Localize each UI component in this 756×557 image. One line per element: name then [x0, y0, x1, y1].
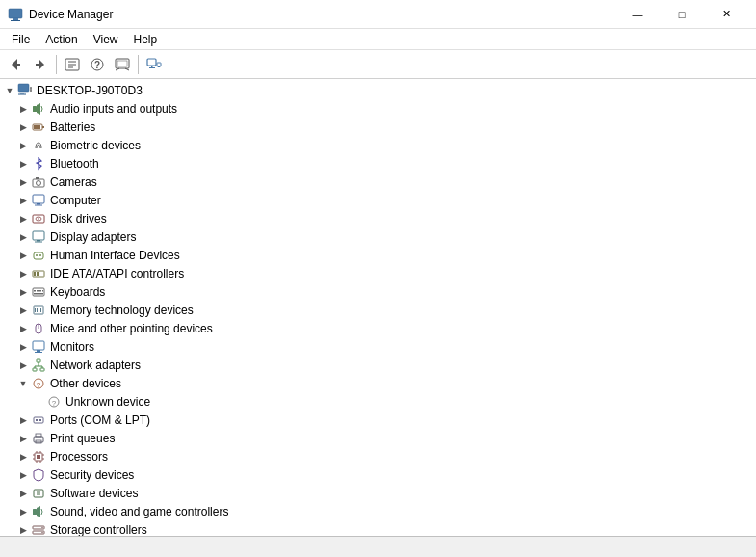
item-icon: [31, 358, 46, 373]
tree-item[interactable]: ▶Monitors: [0, 337, 756, 356]
svg-rect-18: [151, 66, 153, 67]
back-button[interactable]: [4, 53, 27, 76]
expander-icon[interactable]: [31, 394, 46, 410]
tree-item[interactable]: ▶Mice and other pointing devices: [0, 319, 756, 337]
item-label: Human Interface Devices: [50, 249, 180, 262]
svg-rect-34: [36, 177, 39, 179]
tree-item[interactable]: ▼?Other devices: [0, 374, 756, 392]
root-expander[interactable]: ▼: [2, 83, 17, 98]
svg-rect-84: [37, 455, 40, 459]
scan-button[interactable]: [111, 53, 134, 76]
tree-item[interactable]: ▶Network adapters: [0, 356, 756, 374]
svg-point-101: [41, 531, 42, 532]
tree-item[interactable]: ▶Storage controllers: [0, 520, 756, 536]
tree-item[interactable]: ▶Bluetooth: [0, 154, 756, 172]
svg-marker-5: [39, 59, 44, 70]
main-content: ▼ DESKTOP-J90T0D3 ▶Audio inputs and outp…: [0, 79, 756, 536]
update-driver-button[interactable]: ?: [86, 53, 109, 76]
tree-item[interactable]: ▶Keyboards: [0, 282, 756, 301]
tree-item[interactable]: ?Unknown device: [0, 392, 756, 411]
maximize-button[interactable]: □: [660, 0, 704, 29]
item-icon: ?: [46, 394, 62, 410]
tree-item[interactable]: ▶Print queues: [0, 429, 756, 447]
svg-rect-50: [33, 288, 44, 296]
forward-button[interactable]: [29, 53, 52, 76]
expander-icon[interactable]: ▶: [15, 284, 31, 300]
close-button[interactable]: ✕: [704, 0, 748, 29]
expander-icon[interactable]: ▶: [15, 486, 31, 501]
expander-icon[interactable]: ▶: [15, 248, 31, 263]
tree-item[interactable]: ▶Software devices: [0, 484, 756, 502]
item-icon: [31, 119, 46, 135]
tree-item[interactable]: ▶Batteries: [0, 118, 756, 136]
expander-icon[interactable]: ▶: [15, 522, 31, 537]
expander-icon[interactable]: ▶: [15, 266, 31, 281]
tree-item[interactable]: ▶Cameras: [0, 172, 756, 191]
tree-item[interactable]: ▶Audio inputs and outputs: [0, 99, 756, 118]
expander-icon[interactable]: ▶: [15, 193, 31, 208]
expander-icon[interactable]: ▶: [15, 211, 31, 226]
properties-button[interactable]: [61, 53, 84, 76]
tree-item[interactable]: ▶Processors: [0, 447, 756, 465]
svg-rect-14: [117, 61, 127, 66]
menu-action[interactable]: Action: [38, 31, 85, 48]
toolbar: ?: [0, 50, 756, 79]
svg-rect-2: [11, 20, 20, 21]
item-icon: [31, 504, 46, 519]
menu-file[interactable]: File: [4, 31, 38, 48]
item-icon: [31, 138, 46, 153]
tree-item[interactable]: ▶Display adapters: [0, 227, 756, 246]
menu-help[interactable]: Help: [126, 31, 166, 48]
expander-icon[interactable]: ▶: [15, 339, 31, 355]
tree-item[interactable]: ▶Biometric devices: [0, 136, 756, 154]
expander-icon[interactable]: ▶: [15, 229, 31, 245]
svg-marker-3: [12, 59, 17, 70]
tree-item[interactable]: ▶Disk drives: [0, 209, 756, 227]
expander-icon[interactable]: ▶: [15, 138, 31, 153]
expander-icon[interactable]: ▶: [15, 504, 31, 519]
menu-view[interactable]: View: [86, 31, 126, 48]
tree-item[interactable]: ▶Sound, video and game controllers: [0, 502, 756, 520]
tree-item[interactable]: ▶Computer: [0, 191, 756, 209]
item-label: Display adapters: [50, 230, 136, 244]
tree-view[interactable]: ▼ DESKTOP-J90T0D3 ▶Audio inputs and outp…: [0, 79, 756, 536]
expander-icon[interactable]: ▼: [15, 376, 31, 391]
item-icon: [31, 284, 46, 300]
item-icon: [31, 101, 46, 117]
expander-icon[interactable]: ▶: [15, 449, 31, 464]
expander-icon[interactable]: ▶: [15, 119, 31, 135]
svg-rect-4: [17, 64, 20, 66]
expander-icon[interactable]: ▶: [15, 303, 31, 318]
tree-item[interactable]: ▶Ports (COM & LPT): [0, 411, 756, 429]
root-icon: [17, 83, 33, 98]
svg-rect-24: [18, 93, 26, 94]
svg-rect-36: [37, 203, 40, 205]
svg-rect-48: [34, 272, 36, 276]
svg-rect-35: [33, 195, 44, 203]
expander-icon[interactable]: ▶: [15, 156, 31, 172]
expander-icon[interactable]: ▶: [15, 101, 31, 117]
svg-point-46: [39, 254, 41, 256]
window-controls[interactable]: — □ ✕: [615, 0, 748, 29]
svg-rect-52: [37, 290, 39, 292]
expander-icon[interactable]: ▶: [15, 467, 31, 483]
svg-rect-17: [147, 59, 156, 66]
toolbar-sep-2: [138, 55, 139, 74]
item-icon: [31, 431, 46, 446]
item-label: Unknown device: [65, 395, 150, 409]
tree-item[interactable]: ▶Security devices: [0, 465, 756, 484]
tree-root[interactable]: ▼ DESKTOP-J90T0D3: [0, 81, 756, 99]
expander-icon[interactable]: ▶: [15, 412, 31, 428]
expander-icon[interactable]: ▶: [15, 431, 31, 446]
menu-bar: File Action View Help: [0, 29, 756, 50]
tree-item[interactable]: ▶Human Interface Devices: [0, 246, 756, 264]
expander-icon[interactable]: ▶: [15, 321, 31, 336]
minimize-button[interactable]: —: [615, 0, 660, 29]
expander-icon[interactable]: ▶: [15, 174, 31, 190]
tree-item[interactable]: ▶IDE ATA/ATAPI controllers: [0, 264, 756, 282]
show-devices-button[interactable]: [143, 53, 166, 76]
expander-icon[interactable]: ▶: [15, 358, 31, 373]
item-icon: [31, 156, 46, 172]
item-icon: [31, 467, 46, 483]
tree-item[interactable]: ▶Memory technology devices: [0, 301, 756, 319]
